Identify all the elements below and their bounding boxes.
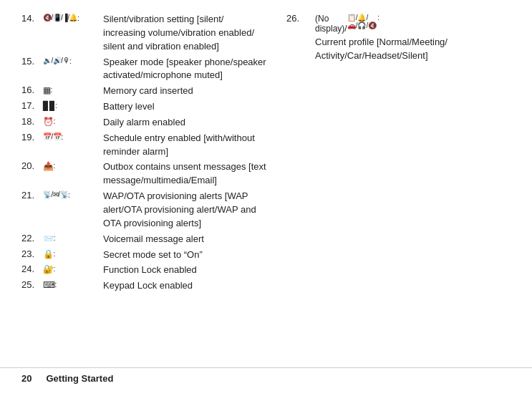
- item-icon: ⌨:: [43, 279, 100, 293]
- colon: :: [61, 132, 62, 141]
- colon: :: [55, 101, 57, 110]
- item-number: 20.: [21, 160, 43, 188]
- item-description: Current profile [Normal/Meeting/Activity…: [315, 36, 532, 63]
- secret-icon: 🔒: [43, 249, 54, 259]
- left-column: 14. 🔇/📳/▐/🔔: Silent/vibration setting [s…: [21, 13, 286, 295]
- footer: 20 Getting Started: [0, 367, 532, 389]
- schedule-icon: 📅/📅: [43, 132, 61, 140]
- list-item: 20. 📤: Outbox contains unsent messages […: [21, 160, 286, 188]
- no-display-text: (No display)/: [315, 14, 347, 34]
- item-number: 22.: [21, 233, 43, 246]
- silent-icon: 🔇/📳/▐/🔔: [43, 14, 77, 21]
- item-icon: 🔒:: [43, 248, 100, 262]
- item-number: 21.: [21, 190, 43, 231]
- item-number: 25.: [21, 279, 43, 293]
- list-item: 14. 🔇/📳/▐/🔔: Silent/vibration setting [s…: [21, 13, 286, 54]
- battery-icon: ▊▊: [43, 101, 55, 111]
- colon: :: [51, 85, 52, 94]
- item-description: Memory card inserted: [100, 84, 286, 98]
- item-description: Schedule entry enabled [with/withoutremi…: [100, 132, 286, 159]
- colon: :: [69, 57, 71, 65]
- item-number: 23.: [21, 248, 43, 262]
- profile-icons: 📋/🔔/🚗/🎧/🔇: [347, 14, 378, 29]
- item-number: 16.: [21, 84, 43, 98]
- item-icon: 🔇/📳/▐/🔔:: [43, 13, 100, 54]
- item-number: 15.: [21, 56, 43, 83]
- item-description: Voicemail message alert: [100, 233, 286, 246]
- item-number: 24.: [21, 264, 43, 277]
- colon: :: [377, 14, 379, 21]
- item-number: 14.: [21, 13, 43, 54]
- item-icon: ▦ :: [43, 84, 100, 98]
- item-icon: 📤:: [43, 160, 100, 188]
- item-number: 19.: [21, 132, 43, 159]
- wap-icon: 📡/✉/📡: [43, 190, 68, 198]
- speaker-icon: 🔉/🔊/🎙: [43, 57, 69, 64]
- memory-card-icon: ▦: [43, 85, 51, 95]
- item-icon: ⏰ :: [43, 116, 100, 130]
- item-description: Keypad Lock enabled: [100, 279, 286, 293]
- item-icon: 🔐:: [43, 264, 100, 277]
- item-description: Function Lock enabled: [100, 264, 286, 277]
- list-item: 22. 📨: Voicemail message alert: [21, 233, 286, 246]
- function-lock-icon: 🔐: [43, 264, 54, 274]
- item-description: WAP/OTA provisioning alerts [WAPalert/OT…: [100, 190, 286, 231]
- item-icon: 📅/📅:: [43, 132, 100, 159]
- colon: :: [54, 233, 55, 242]
- item-icon: (No display)/📋/🔔/🚗/🎧/🔇 :: [315, 13, 379, 34]
- voicemail-icon: 📨: [43, 233, 54, 243]
- item-number: 26.: [286, 13, 315, 34]
- list-item: 21. 📡/✉/📡: WAP/OTA provisioning alerts […: [21, 190, 286, 231]
- item-description: Battery level: [100, 100, 286, 114]
- colon: :: [54, 249, 55, 258]
- list-item: 26. (No display)/📋/🔔/🚗/🎧/🔇 :: [286, 13, 532, 34]
- list-item: 24. 🔐: Function Lock enabled: [21, 264, 286, 277]
- list-item: 16. ▦ : Memory card inserted: [21, 84, 286, 98]
- colon: :: [68, 190, 69, 199]
- item-description: Outbox contains unsent messages [textmes…: [100, 160, 286, 188]
- list-item: 18. ⏰ : Daily alarm enabled: [21, 116, 286, 130]
- keypad-lock-icon: ⌨: [43, 280, 55, 290]
- colon: :: [77, 14, 79, 22]
- item-icon: 🔉/🔊/🎙:: [43, 56, 100, 83]
- page-number: 20: [21, 373, 32, 384]
- item-description: Speaker mode [speaker phone/speakeractiv…: [100, 56, 286, 83]
- list-item: 19. 📅/📅: Schedule entry enabled [with/wi…: [21, 132, 286, 159]
- item-description: Silent/vibration setting [silent/increas…: [100, 13, 286, 54]
- right-column: 26. (No display)/📋/🔔/🚗/🎧/🔇 : Current pro…: [286, 13, 532, 295]
- item-icon: 📡/✉/📡:: [43, 190, 100, 231]
- colon: :: [54, 264, 55, 273]
- footer-title: Getting Started: [46, 373, 113, 384]
- colon: :: [55, 280, 57, 289]
- item-description: Secret mode set to “On”: [100, 248, 286, 262]
- item-icon: ▊▊ :: [43, 100, 100, 114]
- item-number: 17.: [21, 100, 43, 114]
- page: 14. 🔇/📳/▐/🔔: Silent/vibration setting [s…: [0, 0, 532, 396]
- list-item: 25. ⌨: Keypad Lock enabled: [21, 279, 286, 293]
- colon: :: [54, 117, 55, 125]
- outbox-icon: 📤: [43, 161, 54, 171]
- list-item: 15. 🔉/🔊/🎙: Speaker mode [speaker phone/s…: [21, 56, 286, 83]
- list-item: 23. 🔒: Secret mode set to “On”: [21, 248, 286, 262]
- colon: :: [54, 161, 55, 170]
- item-description: Daily alarm enabled: [100, 116, 286, 130]
- main-content: 14. 🔇/📳/▐/🔔: Silent/vibration setting [s…: [21, 13, 511, 295]
- list-item: 17. ▊▊ : Battery level: [21, 100, 286, 114]
- alarm-icon: ⏰: [43, 117, 54, 127]
- item-number: 18.: [21, 116, 43, 130]
- item-icon: 📨:: [43, 233, 100, 246]
